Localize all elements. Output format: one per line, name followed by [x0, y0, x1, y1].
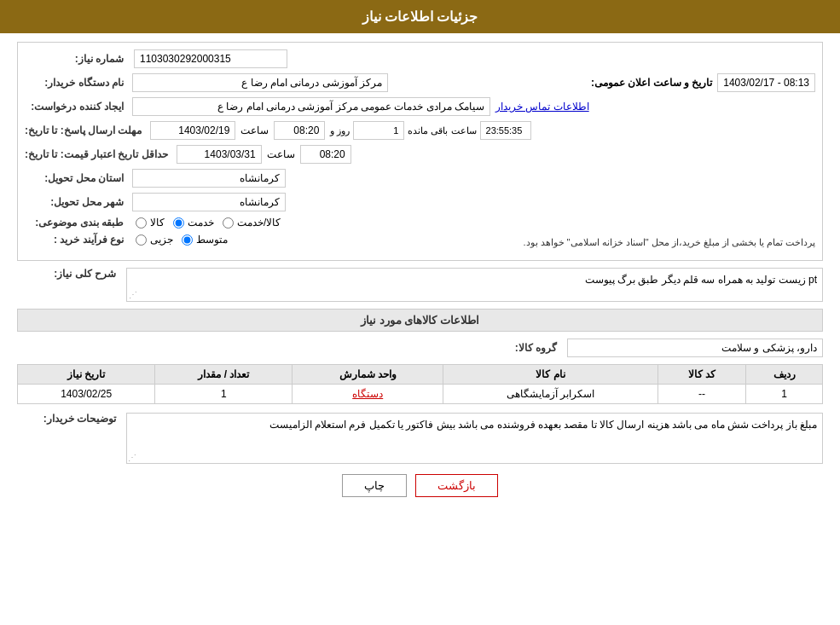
process-radio-group: متوسط جزیی [136, 234, 228, 246]
category-kala-khedmat-label: کالا/خدمت [237, 217, 281, 229]
col-row: ردیف [746, 365, 823, 385]
buyer-notes-value: مبلغ باز پرداخت شش ماه می باشد هزینه ارس… [126, 413, 823, 464]
cell-name: اسکرابر آزمایشگاهی [443, 385, 658, 404]
requester-label: ایجاد کننده درخواست: [25, 101, 127, 113]
table-row: 1 -- اسکرابر آزمایشگاهی دستگاه 1 1403/02… [18, 385, 823, 404]
goods-section-title: اطلاعات کالاهای مورد نیاز [17, 309, 823, 332]
city-label: شهر محل تحویل: [25, 196, 127, 208]
bottom-buttons: بازگشت چاپ [17, 474, 823, 497]
announcement-date-label: تاریخ و ساعت اعلان عمومی: [591, 77, 712, 89]
category-radio-group: کالا/خدمت خدمت کالا [136, 217, 281, 229]
city-value: کرمانشاه [132, 193, 286, 211]
category-kala-label: کالا [150, 217, 165, 229]
requester-contact-link[interactable]: اطلاعات تماس خریدار [495, 101, 589, 113]
response-days-value: 1 [353, 121, 404, 140]
col-quantity: تعداد / مقدار [155, 365, 293, 385]
cell-code: -- [658, 385, 745, 404]
cell-date: 1403/02/25 [18, 385, 155, 404]
response-remaining-label: ساعت باقی مانده [408, 125, 476, 136]
col-date: تاریخ نیاز [18, 365, 155, 385]
cell-row: 1 [746, 385, 823, 404]
page-header: جزئیات اطلاعات نیاز [0, 0, 840, 33]
goods-group-value: دارو، پزشکی و سلامت [567, 339, 823, 357]
back-button[interactable]: بازگشت [415, 474, 498, 497]
price-time-value: 08:20 [300, 145, 351, 164]
category-kala[interactable]: کالا [136, 217, 165, 229]
buyer-notes-resize-icon: ⋱ [128, 453, 136, 462]
response-date-value: 1403/02/19 [150, 121, 235, 140]
process-jozi[interactable]: جزیی [136, 234, 173, 246]
response-remaining-value: 23:55:35 [480, 121, 531, 140]
province-label: استان محل تحویل: [25, 172, 127, 184]
process-motevaset[interactable]: متوسط [182, 234, 228, 246]
page-title: جزئیات اطلاعات نیاز [362, 9, 478, 24]
buyer-notes-label: توضیحات خریدار: [17, 413, 119, 425]
category-khedmat-label: خدمت [188, 217, 214, 229]
description-label: شرح کلی نیاز: [17, 268, 119, 280]
requester-value: سیامک مرادی خدمات عمومی مرکز آموزشی درما… [132, 97, 490, 116]
process-jozi-label: جزیی [150, 234, 173, 246]
price-deadline-label: حداقل تاریخ اعتبار قیمت: تا تاریخ: [25, 148, 171, 160]
process-motevaset-label: متوسط [196, 234, 228, 246]
announcement-date-value: 1403/02/17 - 08:13 [717, 73, 815, 92]
response-deadline-label: مهلت ارسال پاسخ: تا تاریخ: [25, 124, 145, 136]
price-time-label: ساعت [267, 148, 295, 160]
response-time-value: 08:20 [274, 121, 325, 140]
print-button[interactable]: چاپ [342, 474, 407, 497]
need-number-label: شماره نیاز: [25, 53, 127, 65]
col-name: نام کالا [443, 365, 658, 385]
goods-group-label: گروه کالا: [458, 342, 560, 354]
cell-quantity: 1 [155, 385, 293, 404]
response-days-label: روز و [330, 125, 350, 136]
buyer-org-label: نام دستگاه خریدار: [25, 77, 127, 89]
price-date-value: 1403/03/31 [177, 145, 262, 164]
col-code: کد کالا [658, 365, 745, 385]
category-kala-khedmat[interactable]: کالا/خدمت [223, 217, 281, 229]
category-khedmat[interactable]: خدمت [173, 217, 214, 229]
response-time-label: ساعت [240, 124, 269, 136]
category-label: طبقه بندی موضوعی: [25, 217, 127, 229]
process-note: پرداخت تمام یا بخشی از مبلغ خرید،از محل … [523, 237, 815, 247]
description-value: pt زیست تولید به همراه سه قلم دیگر طبق ب… [585, 274, 817, 286]
province-value: کرمانشاه [132, 169, 286, 188]
col-unit: واحد شمارش [293, 365, 443, 385]
process-type-label: نوع فرآیند خرید : [25, 234, 127, 246]
need-number-value: 1103030292000315 [134, 49, 287, 68]
items-table: ردیف کد کالا نام کالا واحد شمارش تعداد /… [17, 364, 823, 404]
description-resize-icon: ⋱ [129, 290, 137, 299]
cell-unit[interactable]: دستگاه [293, 385, 443, 404]
buyer-org-value: مرکز آموزشی درمانی امام رضا ع [132, 73, 388, 92]
